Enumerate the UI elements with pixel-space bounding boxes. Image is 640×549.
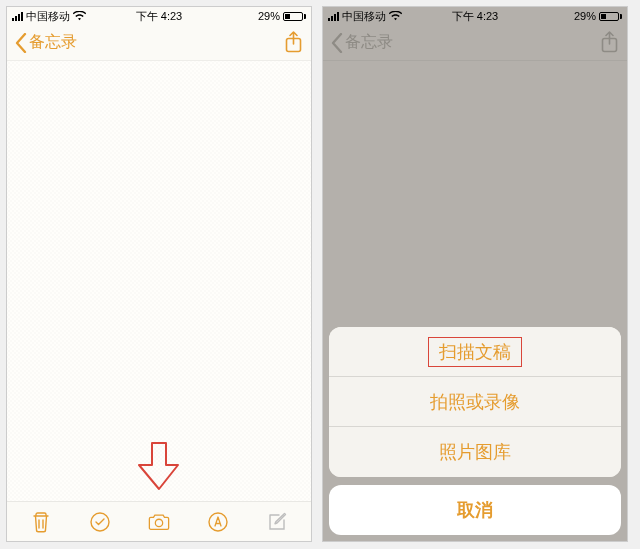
action-label: 拍照或录像 (430, 390, 520, 414)
nav-bar: 备忘录 (7, 25, 311, 61)
camera-button[interactable] (148, 511, 170, 533)
battery-icon (283, 12, 306, 21)
checklist-button[interactable] (89, 511, 111, 533)
compose-icon (266, 511, 288, 533)
svg-point-1 (91, 513, 109, 531)
battery-percent: 29% (574, 10, 596, 22)
back-label: 备忘录 (345, 32, 393, 53)
signal-icon (328, 12, 339, 21)
status-bar: 中国移动 下午 4:23 29% (7, 7, 311, 25)
carrier-label: 中国移动 (26, 9, 70, 24)
trash-icon (31, 511, 51, 533)
battery-percent: 29% (258, 10, 280, 22)
action-sheet: 扫描文稿 拍照或录像 照片图库 取消 (329, 327, 621, 535)
clock: 下午 4:23 (136, 9, 182, 24)
share-icon (284, 31, 303, 54)
action-scan-documents[interactable]: 扫描文稿 (329, 327, 621, 377)
chevron-left-icon (331, 33, 343, 53)
cancel-label: 取消 (457, 498, 493, 522)
markup-button[interactable] (207, 511, 229, 533)
note-body[interactable] (7, 61, 311, 501)
clock: 下午 4:23 (452, 9, 498, 24)
action-label: 照片图库 (439, 440, 511, 464)
share-icon (600, 31, 619, 54)
back-label: 备忘录 (29, 32, 77, 53)
markup-icon (207, 511, 229, 533)
back-button: 备忘录 (331, 32, 393, 53)
nav-bar: 备忘录 (323, 25, 627, 61)
camera-icon (148, 512, 170, 532)
back-button[interactable]: 备忘录 (15, 32, 77, 53)
svg-point-3 (209, 513, 227, 531)
compose-button[interactable] (266, 511, 288, 533)
svg-point-2 (155, 519, 162, 526)
chevron-left-icon (15, 33, 27, 53)
checklist-icon (89, 511, 111, 533)
phone-notes-editor: 中国移动 下午 4:23 29% 备忘录 (6, 6, 312, 542)
wifi-icon (389, 11, 402, 21)
signal-icon (12, 12, 23, 21)
action-take-photo-video[interactable]: 拍照或录像 (329, 377, 621, 427)
action-cancel[interactable]: 取消 (329, 485, 621, 535)
action-photo-library[interactable]: 照片图库 (329, 427, 621, 477)
battery-icon (599, 12, 622, 21)
wifi-icon (73, 11, 86, 21)
action-label: 扫描文稿 (439, 340, 511, 364)
trash-button[interactable] (30, 511, 52, 533)
carrier-label: 中国移动 (342, 9, 386, 24)
phone-action-sheet: 中国移动 下午 4:23 29% 备忘录 (322, 6, 628, 542)
toolbar (7, 501, 311, 541)
status-bar: 中国移动 下午 4:23 29% (323, 7, 627, 25)
share-button[interactable] (284, 31, 303, 54)
action-sheet-group: 扫描文稿 拍照或录像 照片图库 (329, 327, 621, 477)
share-button (600, 31, 619, 54)
